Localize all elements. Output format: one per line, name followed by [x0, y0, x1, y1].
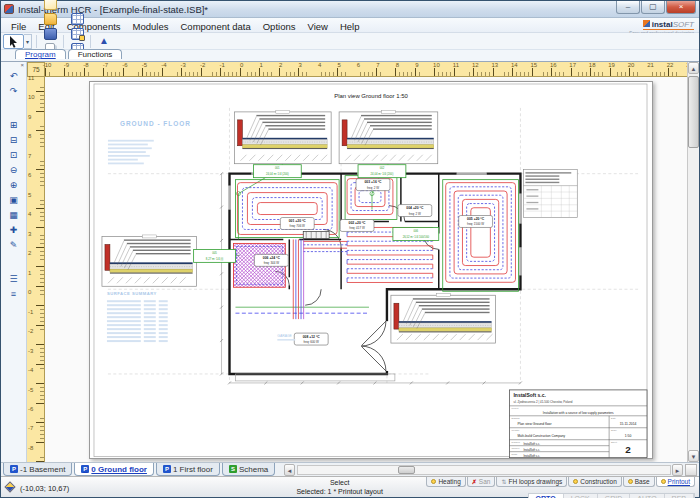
toolbar-close-icon[interactable]: ×: [1, 62, 26, 68]
bulb-icon: [573, 479, 578, 484]
draw-button[interactable]: ✎: [5, 238, 23, 252]
minimize-button[interactable]: –: [616, 1, 640, 14]
side-toolbar: × ↶↷⊞⊟⊡⊖⊕▣▦✚✎☰≡: [1, 62, 27, 462]
layer-tab-san[interactable]: ✗San: [467, 477, 496, 487]
status-icon: [4, 481, 15, 492]
h-ruler-tick: -2: [197, 62, 209, 68]
zoom-previous-button[interactable]: ⊟: [5, 133, 23, 147]
close-button[interactable]: ×: [666, 1, 696, 14]
v-ruler-tick: 11: [28, 75, 34, 83]
horizontal-ruler[interactable]: -10-9-8-7-6-5-4-3-2-10123456789101112131…: [45, 62, 687, 77]
sheet-tab-0-ground-floor[interactable]: P0 Ground floor: [74, 463, 154, 476]
undo-button[interactable]: ↶: [5, 69, 23, 83]
sheet-icon: P: [163, 465, 171, 473]
floor-section-detail: [339, 110, 438, 163]
zoom-out-button[interactable]: ⊖: [5, 163, 23, 177]
svg-text:002 +20 °C: 002 +20 °C: [349, 221, 367, 225]
save-file-icon: [44, 28, 57, 40]
h-ruler-tick: -3: [177, 62, 189, 68]
svg-text:Designed: Designed: [511, 441, 519, 443]
drawing-canvas[interactable]: Plan view Ground floor 1:50GROUND - FLOO…: [45, 77, 687, 462]
svg-text:freq: 2 W: freq: 2 W: [367, 186, 379, 190]
svg-text:freq: 1500 W: freq: 1500 W: [467, 222, 484, 226]
menu-options[interactable]: Options: [257, 21, 302, 32]
layer-tab-heating[interactable]: Heating: [426, 477, 465, 487]
sheet-icon: S: [229, 465, 237, 473]
h-ruler-tick: 8: [391, 62, 403, 68]
zoom-extents-button[interactable]: ▣: [5, 193, 23, 207]
vertical-scroll-thumb[interactable]: [688, 76, 699, 148]
menu-modules[interactable]: Modules: [127, 21, 175, 32]
menu-view[interactable]: View: [301, 21, 333, 32]
data-table-button[interactable]: [68, 11, 86, 26]
h-ruler-tick: 12: [469, 62, 481, 68]
h-ruler-tick: 11: [450, 62, 462, 68]
tab-program[interactable]: Program: [15, 49, 66, 59]
menu-component-data[interactable]: Component data: [174, 21, 256, 32]
open-file-button[interactable]: [41, 11, 59, 26]
tb-drawing: Plan view Ground floor: [517, 422, 552, 426]
sheet-tab-schema[interactable]: SSchema: [222, 463, 275, 476]
component-data-table-icon: [71, 28, 84, 40]
status-line1: Select: [330, 479, 349, 486]
horizontal-scrollbar[interactable]: [297, 465, 671, 475]
vertical-ruler[interactable]: 11109876543210-1-2-3-4-5-6-7-8: [27, 77, 45, 462]
horizontal-scroll-thumb[interactable]: [398, 466, 415, 474]
h-ruler-tick: 5: [333, 62, 345, 68]
h-ruler-tick: 1: [255, 62, 267, 68]
hscroll-right-arrow[interactable]: ►: [672, 464, 683, 476]
table-view-button[interactable]: ▦: [5, 208, 23, 222]
app-window: Instal-therm HCR - [Example-final-state.…: [0, 0, 700, 498]
tb-investor: Multi-build Construction Company: [517, 434, 565, 438]
save-file-button[interactable]: [41, 26, 59, 41]
pan-button[interactable]: ✚: [5, 223, 23, 237]
scroll-up-arrow[interactable]: ▲: [688, 62, 699, 74]
sheet-tab--1-basement[interactable]: P-1 Basement: [3, 463, 72, 476]
mode-orto[interactable]: ORTO: [529, 494, 564, 498]
printout-sheet[interactable]: Plan view Ground floor 1:50GROUND - FLOO…: [89, 81, 653, 459]
v-ruler-tick: -3: [28, 348, 33, 356]
maximize-button[interactable]: ▢: [641, 1, 665, 14]
layer-tab-printout[interactable]: Printout: [656, 477, 695, 487]
v-ruler-tick: 2: [28, 250, 31, 258]
pane-splitter-button[interactable]: [685, 464, 697, 476]
tb-sheet-number: 2: [625, 444, 631, 455]
menu-file[interactable]: File: [5, 21, 32, 32]
workspace: × ↶↷⊞⊟⊡⊖⊕▣▦✚✎☰≡ 75 -10-9-8-7-6-5-4-3-2-1…: [1, 62, 699, 462]
sheet-tab-1-first-floor[interactable]: P1 First floor: [156, 463, 220, 476]
svg-text:003 +16 °C: 003 +16 °C: [364, 180, 382, 184]
hscroll-left-arrow[interactable]: ◄: [284, 464, 295, 476]
vertical-scrollbar[interactable]: ▲ ▼: [687, 62, 699, 462]
new-file-button[interactable]: [41, 0, 59, 11]
scroll-down-arrow[interactable]: ▼: [688, 450, 699, 462]
zoom-in-button[interactable]: ⊕: [5, 178, 23, 192]
zoom-window-button[interactable]: ⊞: [5, 118, 23, 132]
zone-spec: 24,04 m² 1/4 (200): [371, 172, 394, 176]
v-ruler-tick: 6: [28, 172, 31, 180]
mode-rep[interactable]: REP: [665, 494, 694, 498]
disabled-icon: ✗: [472, 478, 477, 485]
v-ruler-tick: 1: [28, 270, 31, 278]
bulb-icon: [431, 479, 436, 484]
menu-help[interactable]: Help: [334, 21, 366, 32]
zoom-selection-button[interactable]: ⊡: [5, 148, 23, 162]
v-ruler-tick: 5: [28, 192, 31, 200]
mode-auto[interactable]: AUTO: [630, 494, 664, 498]
list-button[interactable]: ≡: [5, 287, 23, 301]
layer-tab-construction[interactable]: Construction: [568, 477, 622, 487]
mode-grid[interactable]: GRID: [598, 494, 631, 498]
v-ruler-tick: -6: [28, 406, 33, 414]
mode-lock[interactable]: LOCK: [564, 494, 598, 498]
tab-functions[interactable]: Functions: [68, 49, 123, 59]
redo-button[interactable]: ↷: [5, 84, 23, 98]
v-ruler-tick: 10: [28, 94, 35, 102]
layer-tab-fh-loops-drawings[interactable]: ⇅FH loops drawings: [496, 477, 567, 487]
tb-company: InstalSoft s.c.: [513, 392, 546, 398]
layers-button[interactable]: ☰: [5, 272, 23, 286]
layer-tab-base[interactable]: Base: [623, 477, 655, 487]
h-ruler-tick: -4: [158, 62, 170, 68]
component-data-table-button[interactable]: [68, 26, 86, 41]
new-file-icon: [44, 0, 57, 10]
instalsoft-logo: instalSOFT Easy and professional designi…: [629, 18, 694, 33]
h-ruler-tick: 4: [314, 62, 326, 68]
